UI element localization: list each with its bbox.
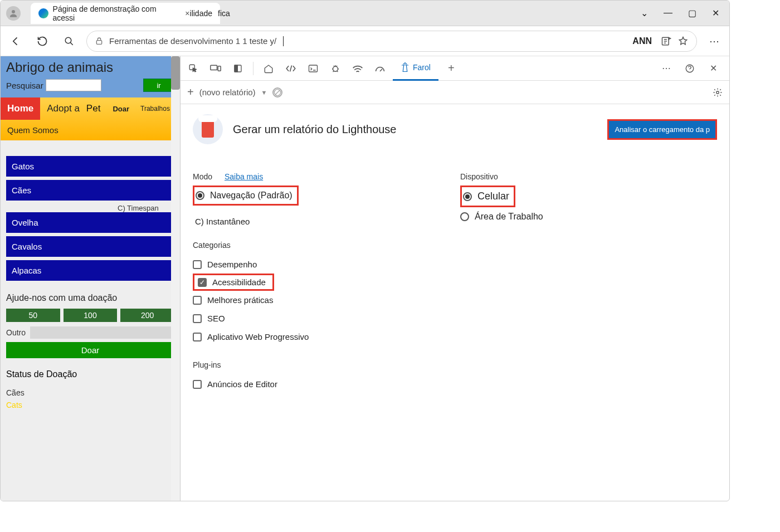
cat-performance[interactable]: Desempenho xyxy=(193,255,427,274)
mode-snapshot-option[interactable]: C) Instantâneo xyxy=(195,217,427,226)
performance-icon[interactable] xyxy=(370,59,389,78)
tab-title: Página de demonstração com acessi xyxy=(53,4,178,22)
help-icon[interactable] xyxy=(680,59,699,78)
cat-item[interactable]: Gatos xyxy=(6,156,174,177)
nav-doar[interactable]: Doar xyxy=(107,100,135,118)
lighthouse-subbar: + (novo relatório) ▼ xyxy=(181,81,729,104)
dock-icon[interactable] xyxy=(228,59,247,78)
cat-accessibility-highlight: ✓Acessibilidade xyxy=(193,274,274,291)
inspect-icon[interactable] xyxy=(184,59,203,78)
lighthouse-tab[interactable]: Farol xyxy=(393,56,438,81)
cat-item[interactable]: Cães xyxy=(6,180,174,201)
donation-section: Ajude-nos com uma doação 50 100 200 Outr… xyxy=(6,293,174,358)
lighthouse-logo-icon xyxy=(193,114,223,144)
checkbox-icon xyxy=(193,380,202,389)
mode-navigation-option[interactable]: Navegação (Padrão) xyxy=(196,188,292,203)
donate-button[interactable]: Doar xyxy=(6,342,174,358)
other-amount-input[interactable] xyxy=(30,326,174,339)
lighthouse-icon xyxy=(401,62,410,72)
more-tools-icon[interactable]: ⋯ xyxy=(657,59,676,78)
donation-status: Status de Doação Cães Cats xyxy=(6,369,174,409)
svg-line-13 xyxy=(275,90,280,94)
bug-icon[interactable] xyxy=(326,59,345,78)
svg-point-1 xyxy=(65,37,71,43)
search-button[interactable] xyxy=(60,32,79,51)
search-go-button[interactable]: ir xyxy=(143,79,174,92)
device-mobile-highlight: Celular xyxy=(460,186,515,207)
network-icon[interactable] xyxy=(348,59,367,78)
amount-50[interactable]: 50 xyxy=(6,309,60,322)
checkbox-icon xyxy=(193,314,202,323)
favorite-icon[interactable] xyxy=(677,36,689,47)
cat-pwa[interactable]: Aplicativo Web Progressivo xyxy=(193,328,427,346)
status-heading: Status de Doação xyxy=(6,369,174,379)
demo-page: Abrigo de animais Pesquisar ir Home Adop… xyxy=(1,56,180,501)
cat-item[interactable]: Alpacas xyxy=(6,260,174,281)
cat-item[interactable]: Cavalos xyxy=(6,236,174,257)
profile-avatar[interactable] xyxy=(6,6,21,21)
reading-pin-icon[interactable] xyxy=(661,36,672,47)
checkbox-on-icon: ✓ xyxy=(198,278,207,287)
svg-point-0 xyxy=(12,10,15,13)
maximize-button[interactable]: ▢ xyxy=(688,8,696,18)
device-desktop-option[interactable]: Área de Trabalho xyxy=(460,209,543,224)
nav-adopt[interactable]: Adopt a xyxy=(40,97,86,120)
svg-rect-8 xyxy=(235,65,237,72)
add-tab-icon[interactable]: + xyxy=(442,59,461,78)
learn-more-link[interactable]: Saiba mais xyxy=(225,172,263,181)
window-titlebar: Página de demonstração com acessi × ilid… xyxy=(1,1,729,26)
new-report-button[interactable]: + xyxy=(187,86,194,99)
analyze-button[interactable]: Analisar o carregamento da p xyxy=(607,119,717,140)
ann-badge: ANN xyxy=(632,36,652,46)
page-scrollbar[interactable] xyxy=(171,56,180,501)
tab-close-text-left: × xyxy=(185,9,189,18)
device-icon[interactable] xyxy=(206,59,225,78)
nav-trabalhos[interactable]: Trabalhos xyxy=(135,100,176,117)
refresh-button[interactable] xyxy=(33,32,52,51)
report-dropdown[interactable]: (novo relatório) xyxy=(199,87,256,97)
page-title: Abrigo de animais xyxy=(6,60,174,75)
lighthouse-tab-label: Farol xyxy=(413,63,431,72)
text-cursor xyxy=(283,36,284,46)
cat-accessibility[interactable]: ✓Acessibilidade xyxy=(196,276,268,288)
nav-quem-somos[interactable]: Quem Somos xyxy=(1,120,65,140)
svg-rect-6 xyxy=(218,66,221,70)
close-window-button[interactable]: ✕ xyxy=(712,8,719,18)
nav-pet[interactable]: Pet xyxy=(86,97,108,120)
plugin-publisher-ads[interactable]: Anúncios de Editor xyxy=(193,375,427,393)
tab-title-cut: ilidade xyxy=(190,9,212,18)
page-header: Abrigo de animais Pesquisar ir xyxy=(1,56,180,97)
elements-icon[interactable] xyxy=(281,59,300,78)
amount-100[interactable]: 100 xyxy=(64,309,118,322)
device-heading: Dispositivo xyxy=(460,172,543,181)
clear-icon[interactable] xyxy=(272,87,282,97)
welcome-icon[interactable] xyxy=(259,59,278,78)
cat-seo[interactable]: SEO xyxy=(193,309,427,328)
checkbox-icon xyxy=(193,296,202,305)
back-button[interactable] xyxy=(6,32,25,51)
device-mobile-option[interactable]: Celular xyxy=(463,188,509,204)
other-label: Outro xyxy=(6,328,26,337)
chevron-down-icon[interactable]: ▼ xyxy=(261,89,267,96)
settings-icon[interactable] xyxy=(713,87,723,97)
more-menu-button[interactable]: ⋯ xyxy=(705,32,724,51)
devtools-panel: Farol + ⋯ ✕ + (novo relatório) ▼ Gerar u… xyxy=(180,56,729,501)
checkbox-icon xyxy=(193,260,202,269)
cat-best-practices[interactable]: Melhores práticas xyxy=(193,291,427,309)
main-nav: Home Adopt a Pet Doar Trabalhos Quem Som… xyxy=(1,97,180,140)
search-input[interactable] xyxy=(46,79,101,91)
status-item: Cats xyxy=(6,401,174,409)
browser-toolbar: Ferramentas de desenvolvimento 1 1 teste… xyxy=(1,26,729,56)
nav-home[interactable]: Home xyxy=(1,97,40,120)
console-icon[interactable] xyxy=(304,59,323,78)
minimize-button[interactable]: ― xyxy=(664,8,672,18)
svg-rect-2 xyxy=(96,40,101,44)
amount-200[interactable]: 200 xyxy=(120,309,174,322)
address-bar[interactable]: Ferramentas de desenvolvimento 1 1 teste… xyxy=(86,31,697,52)
close-devtools-icon[interactable]: ✕ xyxy=(704,59,723,78)
browser-tab[interactable]: Página de demonstração com acessi × ilid… xyxy=(31,3,220,24)
donation-heading: Ajude-nos com uma doação xyxy=(6,293,174,303)
chevron-down-icon[interactable]: ⌄ xyxy=(641,8,648,18)
cat-item[interactable]: Ovelha xyxy=(6,212,174,233)
devtools-tabbar: Farol + ⋯ ✕ xyxy=(181,56,729,81)
